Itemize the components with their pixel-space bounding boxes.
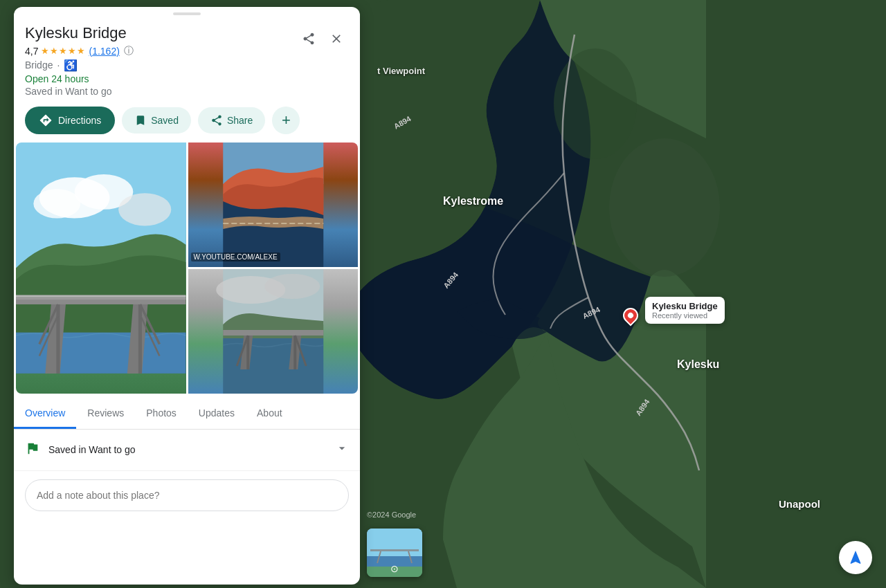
- review-count[interactable]: (1.162): [89, 46, 119, 57]
- svg-rect-16: [16, 297, 186, 299]
- note-input-area: [14, 471, 360, 520]
- flag-icon: [25, 441, 40, 459]
- close-button[interactable]: [324, 26, 349, 51]
- panel-header: Kylesku Bridge 4,7 ★★★★★ (1.162) ⓘ Bridg…: [14, 18, 360, 100]
- svg-point-13: [118, 193, 171, 226]
- category-text: Bridge: [25, 59, 53, 71]
- chevron-icon[interactable]: [335, 441, 349, 459]
- street-view-thumbnail[interactable]: ⊙: [367, 529, 422, 577]
- pin-subtitle: Recently viewed: [652, 311, 718, 320]
- directions-icon: [39, 113, 53, 127]
- photo-right-top[interactable]: W.YOUTUBE.COM/ALEXE: [188, 143, 359, 267]
- share-button[interactable]: Share: [198, 107, 265, 134]
- share-header-button[interactable]: [296, 26, 321, 51]
- map-pin[interactable]: Kylesku Bridge Recently viewed: [623, 308, 725, 326]
- tabs: Overview Reviews Photos Updates About: [14, 399, 360, 430]
- tab-photos[interactable]: Photos: [135, 399, 188, 429]
- rating-number: 4,7: [25, 46, 38, 57]
- saved-icon: [134, 114, 147, 127]
- tab-about[interactable]: About: [246, 399, 293, 429]
- accessible-icon: ♿: [64, 59, 78, 72]
- photo-right-bottom[interactable]: [188, 269, 359, 394]
- copyright-text: ©2024 Google: [367, 511, 416, 519]
- note-input[interactable]: [25, 479, 349, 511]
- pin-place-name: Kylesku Bridge: [652, 301, 718, 311]
- plus-label: +: [282, 111, 291, 129]
- tab-overview[interactable]: Overview: [14, 399, 76, 429]
- tab-reviews[interactable]: Reviews: [76, 399, 135, 429]
- svg-rect-3: [367, 529, 422, 556]
- svg-rect-31: [223, 330, 323, 336]
- stars: ★★★★★: [41, 46, 86, 56]
- svg-rect-6: [370, 549, 419, 551]
- saved-row-left: Saved in Want to go: [25, 441, 136, 459]
- svg-point-29: [264, 274, 320, 299]
- navigation-button[interactable]: [839, 541, 872, 574]
- saved-row-text: Saved in Want to go: [48, 444, 136, 455]
- pin-label: Kylesku Bridge Recently viewed: [645, 297, 725, 324]
- panel-title-area: Kylesku Bridge 4,7 ★★★★★ (1.162) ⓘ Bridg…: [25, 24, 296, 97]
- more-button[interactable]: +: [272, 107, 300, 134]
- directions-label: Directions: [58, 115, 101, 126]
- svg-point-1: [609, 138, 720, 277]
- share-label: Share: [227, 115, 253, 126]
- rating-row: 4,7 ★★★★★ (1.162) ⓘ: [25, 45, 296, 57]
- directions-button[interactable]: Directions: [25, 107, 115, 134]
- dot-separator: ·: [57, 59, 60, 71]
- saved-label: Saved: [151, 115, 179, 126]
- header-actions: [296, 26, 349, 51]
- youtube-overlay: W.YOUTUBE.COM/ALEXE: [191, 252, 280, 261]
- share-icon: [210, 114, 223, 127]
- drag-handle: [173, 12, 201, 15]
- photo-left[interactable]: [16, 143, 186, 394]
- photo-grid: W.YOUTUBE.COM/ALEXE: [16, 143, 358, 394]
- street-view-icon: ⊙: [390, 563, 399, 574]
- saved-status-header: Saved in Want to go: [25, 86, 296, 97]
- open-status: Open 24 hours: [25, 73, 296, 84]
- side-panel: Kylesku Bridge 4,7 ★★★★★ (1.162) ⓘ Bridg…: [14, 7, 360, 585]
- action-buttons: Directions Saved Share +: [14, 100, 360, 143]
- category-row: Bridge · ♿: [25, 59, 296, 72]
- place-name: Kylesku Bridge: [25, 24, 296, 44]
- info-icon[interactable]: ⓘ: [124, 45, 134, 57]
- svg-point-2: [554, 48, 637, 159]
- tab-updates[interactable]: Updates: [188, 399, 246, 429]
- saved-row[interactable]: Saved in Want to go: [14, 430, 360, 471]
- saved-button[interactable]: Saved: [122, 107, 191, 134]
- svg-point-12: [33, 189, 80, 218]
